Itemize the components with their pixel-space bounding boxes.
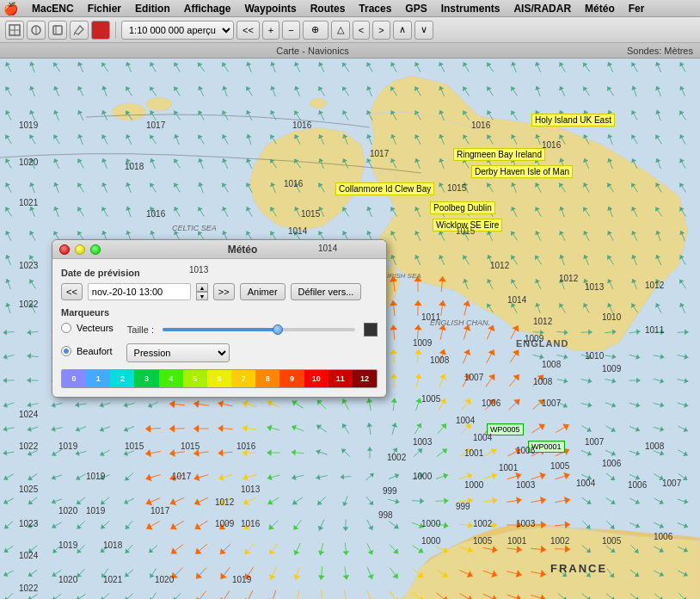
toolbar-btn-2[interactable] (27, 21, 46, 40)
pressure-label: 1025 (19, 485, 38, 494)
pressure-label: 1016 (236, 442, 255, 451)
svg-rect-5 (53, 26, 62, 34)
nav-left[interactable]: < (353, 21, 370, 40)
pressure-label: 1005 (473, 536, 492, 546)
apple-menu-icon[interactable]: 🍎 (3, 2, 18, 15)
pression-select[interactable]: Pression (126, 343, 230, 362)
map-area[interactable]: ENGLISH CHAN. IRISH SEA CELTIC SEA FRANC… (0, 59, 700, 599)
color-scale-bar: 0123456789101112 (61, 369, 378, 388)
nav-prev-prev[interactable]: << (236, 21, 260, 40)
pressure-label: 1007 (662, 479, 681, 488)
nav-right[interactable]: > (372, 21, 390, 40)
pressure-label: 1019 (19, 120, 38, 130)
pressure-label: 1006 (654, 532, 672, 541)
menu-meteo[interactable]: Météo (578, 0, 622, 17)
color-scale-cell-0: 0 (62, 370, 86, 387)
date-field[interactable]: nov.-20-10 13:00 (88, 283, 191, 300)
pressure-label: 1016 (542, 140, 561, 150)
menu-ais-radar[interactable]: AIS/RADAR (507, 0, 578, 17)
nav-up[interactable]: ∧ (393, 21, 412, 40)
meteo-body: Date de prévision << nov.-20-10 13:00 ▲ … (52, 259, 386, 397)
location-derby-haven: Derby Haven Isle of Man (471, 165, 573, 178)
toolbar-btn-1[interactable] (5, 21, 24, 40)
menu-fichier[interactable]: Fichier (81, 0, 128, 17)
pressure-label: 1021 (19, 198, 38, 207)
menu-affichage[interactable]: Affichage (177, 0, 238, 17)
pressure-label: 1004 (576, 479, 595, 488)
toolbar-red-btn[interactable] (91, 21, 110, 40)
size-slider-thumb[interactable] (273, 324, 283, 335)
menu-traces[interactable]: Traces (352, 0, 398, 17)
pressure-label: 1014 (507, 295, 526, 305)
pressure-label: 1023 (19, 519, 38, 528)
dialog-title: Météo (106, 244, 379, 256)
pressure-label: 1013 (585, 282, 604, 292)
pressure-label: 1002 (473, 519, 492, 528)
pressure-label: 1007 (585, 437, 604, 447)
pressure-label: 1000 (421, 536, 440, 546)
pressure-label: 1019 (58, 540, 77, 550)
color-swatch[interactable] (364, 323, 378, 337)
animate-btn[interactable]: Animer (240, 283, 286, 300)
maximize-button[interactable] (90, 244, 101, 255)
pressure-label: 1024 (19, 551, 38, 560)
toolbar-btn-pencil[interactable] (70, 21, 89, 40)
menu-waypoints[interactable]: Waypoints (237, 0, 303, 17)
pressure-label: 1008 (430, 355, 449, 365)
nav-triangle[interactable]: △ (331, 21, 350, 40)
wp0005-label: WP0005 (487, 423, 524, 435)
nav-plus[interactable]: + (262, 21, 279, 40)
menu-instruments[interactable]: Instruments (434, 0, 507, 17)
beaufort-radio[interactable] (61, 346, 71, 356)
pressure-label: 1020 (155, 575, 174, 584)
pressure-label: 999 (383, 486, 397, 496)
title-carte: Carte - Navionics (7, 46, 618, 56)
vecteurs-radio[interactable] (61, 323, 71, 333)
nav-minus[interactable]: − (282, 21, 299, 40)
date-prev-prev-btn[interactable]: << (61, 283, 83, 300)
pressure-label: 1008 (533, 377, 552, 386)
location-ringmeen: Ringmeen Bay Ireland (453, 148, 545, 161)
pressure-label: 1017 (146, 120, 165, 130)
pressure-label: 1016 (146, 209, 165, 219)
close-button[interactable] (59, 244, 70, 255)
pressure-label: 1016 (284, 179, 303, 188)
vecteurs-row: Vecteurs Taille : (61, 323, 378, 337)
pressure-label: 1016 (292, 120, 311, 130)
pressure-label: 1019 (58, 442, 77, 451)
size-label: Taille : (127, 324, 154, 335)
menu-fer[interactable]: Fer (622, 0, 652, 17)
nav-down[interactable]: ∨ (414, 21, 433, 40)
stepper-down-btn[interactable]: ▼ (196, 292, 208, 300)
pressure-label: 1012 (490, 261, 509, 270)
zoom-select[interactable]: 1:10 000 000 aperçu (121, 21, 234, 40)
scroll-btn[interactable]: Défiler vers... (291, 283, 362, 300)
pressure-label: 1019 (232, 575, 251, 584)
minimize-button[interactable] (75, 244, 85, 255)
menu-macenc[interactable]: MacENC (25, 0, 81, 17)
pressure-label: 1015 (181, 442, 200, 451)
menu-edition[interactable]: Edition (128, 0, 177, 17)
pressure-label: 1003 (516, 480, 535, 490)
menu-gps[interactable]: GPS (398, 0, 433, 17)
svg-point-17 (310, 98, 327, 108)
menu-routes[interactable]: Routes (304, 0, 353, 17)
pressure-label: 1009 (602, 364, 621, 374)
date-next-next-btn[interactable]: >> (213, 283, 235, 300)
pressure-label: 1022 (19, 442, 38, 451)
nav-scale[interactable]: ⊕ (303, 21, 329, 40)
toolbar-separator-1 (115, 22, 116, 39)
svg-point-16 (112, 103, 146, 120)
titlebar: Carte - Navionics Sondes: Mètres (0, 43, 700, 59)
pressure-label: 1005 (550, 461, 569, 471)
pressure-label: 1017 (172, 472, 191, 481)
location-poolbeg: Poolbeg Dublin (430, 201, 495, 214)
pressure-label: 1011 (421, 312, 440, 322)
pressure-label: 1012 (533, 317, 552, 326)
pressure-label: 1020 (58, 506, 77, 516)
stepper-up-btn[interactable]: ▲ (196, 283, 208, 292)
pressure-label: 1017 (150, 506, 169, 516)
toolbar-btn-3[interactable] (48, 21, 67, 40)
vecteurs-label: Vecteurs (77, 323, 114, 333)
location-holy-island: Holy Island UK East (531, 114, 615, 127)
